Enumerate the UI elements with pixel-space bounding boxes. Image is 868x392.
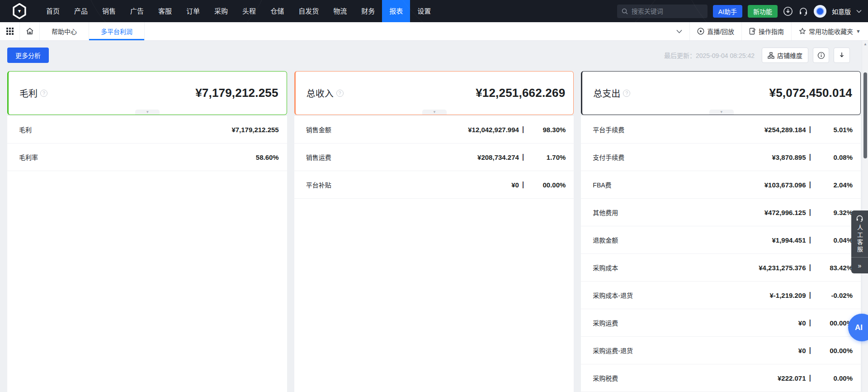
help-question-icon[interactable]: ?	[40, 90, 47, 97]
version-label: 如意版	[832, 7, 851, 16]
row-percent: 83.42%	[811, 264, 853, 272]
customer-service-label: 人工客服	[855, 225, 864, 253]
table-row: 销售金额¥12,042,927.994|98.30%	[294, 116, 574, 143]
row-percent: -0.02%	[811, 292, 853, 299]
row-label: 采购成本	[593, 263, 618, 272]
scroll-up-arrow-icon[interactable]: ▲	[862, 41, 868, 47]
dimension-icon	[768, 52, 774, 59]
table-row: 销售运费¥208,734.274|1.70%	[294, 143, 574, 171]
total-income-card-body: 销售金额¥12,042,927.994|98.30%销售运费¥208,734.2…	[294, 116, 574, 392]
scrollbar-thumb[interactable]	[863, 72, 867, 158]
grid-icon	[6, 27, 14, 35]
search-input[interactable]	[632, 8, 703, 15]
global-search[interactable]	[617, 5, 708, 18]
nav-item-orders[interactable]: 订单	[179, 0, 207, 22]
tabs-chevron-down-icon[interactable]	[669, 22, 689, 40]
row-percent: 0.00%	[811, 374, 853, 382]
live-replay-link[interactable]: 直播/回放	[689, 22, 741, 40]
gross-profit-card-header: 毛利?¥7,179,212.255▼	[7, 71, 287, 115]
user-avatar[interactable]	[814, 5, 826, 18]
collapse-notch[interactable]: ▼	[709, 110, 734, 115]
info-circle-icon	[817, 52, 825, 59]
apps-grid-button[interactable]	[0, 22, 20, 40]
gross-profit-card: 毛利?¥7,179,212.255▼毛利¥7,179,212.255毛利率58.…	[7, 71, 287, 392]
card-total-value: ¥7,179,212.255	[195, 86, 278, 100]
headset-icon[interactable]	[798, 6, 808, 16]
total-expense-card: 总支出?¥5,072,450.014▼平台手续费¥254,289.184|5.0…	[581, 71, 861, 392]
tab-multi-platform-profit[interactable]: 多平台利润	[89, 22, 145, 40]
row-label: 采购运费-退货	[593, 346, 633, 355]
row-label: 毛利	[19, 125, 32, 134]
row-label: 毛利率	[19, 153, 38, 162]
collapse-notch[interactable]: ▼	[135, 110, 160, 115]
favorites-caret-down-icon: ▼	[856, 29, 861, 34]
nav-item-settings[interactable]: 设置	[410, 0, 438, 22]
collapse-notch[interactable]: ▼	[422, 110, 447, 115]
guide-doc-icon	[749, 28, 756, 35]
more-analysis-button[interactable]: 更多分析	[7, 48, 49, 63]
operation-guide-link[interactable]: 操作指南	[741, 22, 791, 40]
version-chevron-down-icon[interactable]	[856, 10, 862, 13]
row-value: ¥0	[798, 347, 806, 354]
row-value: ¥222.071	[778, 374, 806, 382]
table-row: 毛利¥7,179,212.255	[7, 116, 287, 143]
main-content: 更多分析 最后更新：2025-09-04 08:25:42 店铺维度 毛利?¥7…	[0, 41, 868, 392]
row-label: 支付手续费	[593, 153, 624, 162]
card-total-value: ¥12,251,662.269	[476, 86, 565, 100]
row-value: ¥0	[798, 319, 806, 327]
help-question-icon[interactable]: ?	[623, 90, 630, 97]
tab-help-center[interactable]: 帮助中心	[40, 22, 89, 40]
nav-item-products[interactable]: 产品	[67, 0, 95, 22]
logo-hexagon-icon: ▼	[12, 3, 27, 19]
shop-dimension-button[interactable]: 店铺维度	[762, 48, 808, 63]
total-expense-card-body: 平台手续费¥254,289.184|5.01%支付手续费¥3,870.895|0…	[581, 116, 861, 392]
shop-dimension-label: 店铺维度	[777, 51, 802, 60]
human-customer-service-button[interactable]: 人工客服	[851, 210, 868, 257]
row-label: 平台补贴	[306, 180, 331, 189]
row-label: 采购运费	[593, 318, 618, 327]
row-label: 其他费用	[593, 208, 618, 217]
collapse-panel-button[interactable]: »	[851, 257, 868, 273]
row-value: ¥4,231,275.376	[759, 264, 806, 272]
export-button[interactable]	[834, 48, 850, 63]
download-circle-icon[interactable]	[783, 6, 793, 16]
nav-item-customer-service[interactable]: 客服	[151, 0, 179, 22]
nav-item-sales[interactable]: 销售	[95, 0, 123, 22]
nav-item-home[interactable]: 首页	[39, 0, 67, 22]
row-percent: 1.70%	[524, 153, 566, 161]
nav-item-reports[interactable]: 报表	[382, 0, 410, 22]
ai-assistant-button[interactable]: AI助手	[713, 5, 742, 18]
row-percent: 00.00%	[811, 347, 853, 354]
card-title: 总支出?	[593, 86, 630, 100]
info-button[interactable]	[813, 48, 829, 63]
nav-item-ads[interactable]: 广告	[123, 0, 151, 22]
headset-icon	[856, 215, 863, 222]
nav-item-purchasing[interactable]: 采购	[207, 0, 235, 22]
row-label: 采购成本-退货	[593, 291, 633, 300]
home-button[interactable]	[20, 22, 40, 40]
nav-item-finance[interactable]: 财务	[354, 0, 382, 22]
nav-right-group: AI助手 新功能 如意版	[617, 5, 868, 18]
nav-item-self-delivery[interactable]: 自发货	[291, 0, 326, 22]
favorites-menu[interactable]: 常用功能收藏夹 ▼	[791, 22, 868, 40]
help-question-icon[interactable]: ?	[336, 90, 344, 97]
row-percent: 00.00%	[524, 181, 566, 189]
app-logo[interactable]: ▼	[0, 3, 39, 19]
row-label: 采购税费	[593, 373, 618, 382]
row-value: ¥0	[511, 181, 519, 189]
summary-cards: 毛利?¥7,179,212.255▼毛利¥7,179,212.255毛利率58.…	[7, 71, 861, 392]
row-percent: 98.30%	[524, 126, 566, 134]
row-label: FBA费	[593, 180, 611, 189]
row-value: ¥254,289.184	[764, 126, 806, 134]
nav-item-logistics[interactable]: 物流	[326, 0, 354, 22]
row-value: ¥472,996.125	[764, 209, 806, 216]
nav-item-first-leg[interactable]: 头程	[235, 0, 263, 22]
row-value: ¥7,179,212.255	[231, 126, 278, 134]
card-title: 毛利?	[19, 86, 47, 100]
toolbar-right-group: 最后更新：2025-09-04 08:25:42 店铺维度	[664, 48, 861, 63]
new-features-button[interactable]: 新功能	[748, 5, 778, 18]
star-icon	[799, 28, 806, 35]
table-row: FBA费¥103,673.096|2.04%	[581, 171, 861, 199]
table-row: 毛利率58.60%	[7, 143, 287, 171]
nav-item-warehouse[interactable]: 仓储	[263, 0, 291, 22]
